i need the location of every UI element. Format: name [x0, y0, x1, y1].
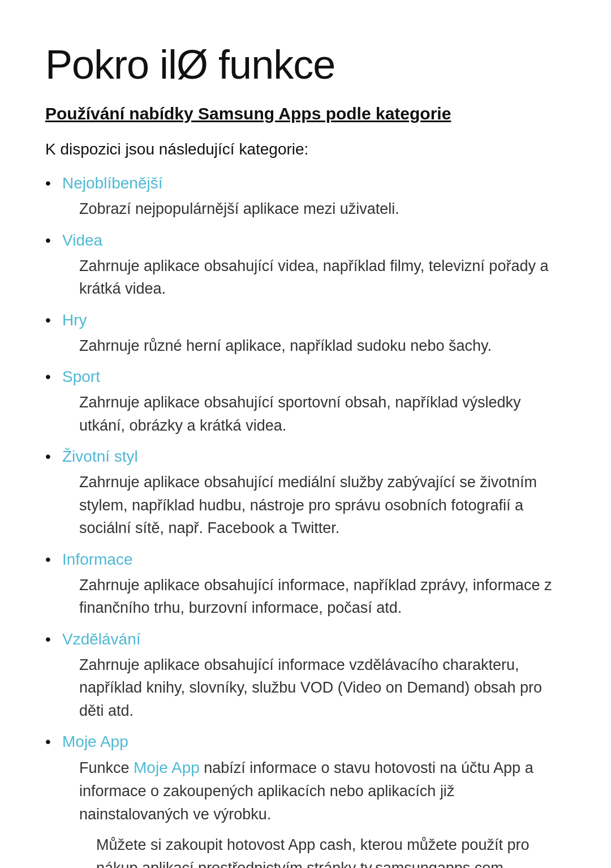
category-link-hry: Hry — [62, 311, 87, 329]
list-item: Moje App Funkce Moje App nabízí informac… — [45, 730, 566, 868]
list-item: Videa Zahrnuje aplikace obsahující videa… — [45, 229, 566, 300]
list-item: Sport Zahrnuje aplikace obsahující sport… — [45, 365, 566, 437]
category-link-nejoblibenejsi: Nejoblíbenější — [62, 174, 162, 192]
category-list: Nejoblíbenější Zobrazí nejpopulárnější a… — [45, 171, 566, 868]
category-desc-moje-app: Funkce Moje App nabízí informace o stavu… — [62, 756, 566, 826]
category-desc-informace: Zahrnuje aplikace obsahující informace, … — [62, 574, 566, 620]
list-item: Vzdělávání Zahrnuje aplikace obsahující … — [45, 628, 566, 723]
list-item: Nejoblíbenější Zobrazí nejpopulárnější a… — [45, 171, 566, 221]
page-title: Pokro ilØ funkce — [45, 34, 566, 95]
category-link-moje-app: Moje App — [62, 733, 128, 750]
category-link-zivotni-styl: Životní styl — [62, 448, 138, 465]
category-desc-videa: Zahrnuje aplikace obsahující videa, např… — [62, 255, 566, 300]
list-item: Informace Zahrnuje aplikace obsahující i… — [45, 548, 566, 620]
inline-link-moje-app: Moje App — [134, 759, 200, 776]
category-desc-vzdelavani: Zahrnuje aplikace obsahující informace v… — [62, 654, 566, 723]
category-desc-sport: Zahrnuje aplikace obsahující sportovní o… — [62, 391, 566, 437]
category-link-informace: Informace — [62, 551, 133, 568]
category-desc-hry: Zahrnuje různé herní aplikace, například… — [62, 334, 566, 358]
category-desc-nejoblibenejsi: Zobrazí nejpopulárnější aplikace mezi už… — [62, 197, 566, 221]
page-subtitle: Používání nabídky Samsung Apps podle kat… — [45, 101, 566, 126]
category-link-vzdelavani: Vzdělávání — [62, 630, 141, 648]
intro-text: K dispozici jsou následující kategorie: — [45, 137, 566, 161]
category-desc-zivotni-styl: Zahrnuje aplikace obsahující mediální sl… — [62, 471, 566, 540]
list-item: Hry Zahrnuje různé herní aplikace, napří… — [45, 308, 566, 358]
category-link-videa: Videa — [62, 231, 102, 249]
nested-desc-app-cash: Můžete si zakoupit hotovost App cash, kt… — [62, 833, 566, 868]
list-item: Životní styl Zahrnuje aplikace obsahujíc… — [45, 445, 566, 540]
category-link-sport: Sport — [62, 368, 100, 385]
